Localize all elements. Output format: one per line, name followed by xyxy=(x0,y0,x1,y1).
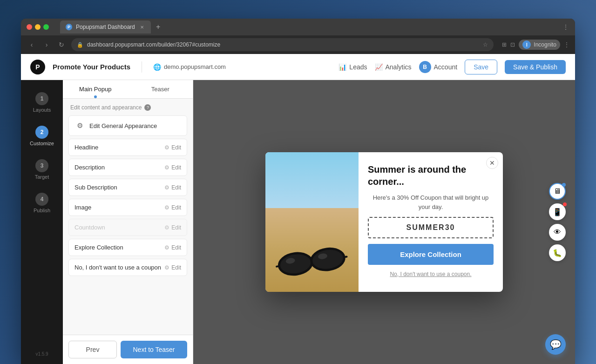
popup-decline-link[interactable]: No, I don't want to use a coupon. xyxy=(368,270,494,278)
popup-close-button[interactable]: ✕ xyxy=(486,157,498,169)
bug-icon: 🐛 xyxy=(553,249,562,257)
step-label-customize: Customize xyxy=(30,141,54,146)
prev-button[interactable]: Prev xyxy=(68,341,117,358)
extensions-icon[interactable]: ⊞ xyxy=(502,41,507,48)
profile-label: Incognito xyxy=(534,41,556,48)
image-edit[interactable]: ⚙ Edit xyxy=(164,204,181,211)
preview-area: ✕ xyxy=(193,80,575,364)
panel-item-description[interactable]: Description ⚙ Edit xyxy=(68,159,187,176)
debug-button[interactable]: 🐛 xyxy=(549,244,566,261)
menu-icon[interactable]: ⋮ xyxy=(564,41,569,48)
back-button[interactable]: ‹ xyxy=(27,40,37,50)
popup-coupon-code: SUMMER30 xyxy=(368,217,494,238)
panel-content: Edit content and appearance ? ⚙ Edit Gen… xyxy=(63,99,193,335)
step-circle-3: 3 xyxy=(35,159,48,172)
close-button[interactable] xyxy=(27,24,32,30)
panel-item-no-coupon[interactable]: No, I don't want to use a coupon ⚙ Edit xyxy=(68,259,187,276)
explore-label: Explore Collection xyxy=(74,244,164,251)
mobile-view-button[interactable]: 📱 xyxy=(549,203,566,220)
no-coupon-edit[interactable]: ⚙ Edit xyxy=(164,264,181,271)
sidebar-item-publish[interactable]: 4 Publish xyxy=(28,188,56,218)
browser-right-icons: ⊞ ⊡ I Incognito ⋮ xyxy=(502,40,569,50)
tab-teaser[interactable]: Teaser xyxy=(128,80,193,98)
window-controls: ⋮ xyxy=(562,23,569,31)
save-button[interactable]: Save xyxy=(465,60,497,74)
save-publish-button[interactable]: Save & Publish xyxy=(505,60,566,74)
analytics-icon: 📈 xyxy=(375,63,383,71)
tab-close-icon[interactable]: ✕ xyxy=(139,24,145,30)
sidebar-item-layouts[interactable]: 1 Layouts xyxy=(28,88,56,117)
mobile-dot xyxy=(563,202,567,206)
sky-area xyxy=(265,152,359,208)
analytics-link[interactable]: 📈 Analytics xyxy=(375,63,412,71)
panel-item-explore[interactable]: Explore Collection ⚙ Edit xyxy=(68,239,187,256)
fullscreen-button[interactable] xyxy=(43,24,49,30)
domain-badge[interactable]: 🌐 demo.popupsmart.com xyxy=(153,63,226,71)
desktop-active-dot xyxy=(562,183,566,187)
version-label: v1.5.9 xyxy=(35,351,48,357)
step-label-target: Target xyxy=(35,174,49,180)
general-appearance-label: Edit General Appearance xyxy=(89,122,181,129)
main-area: 1 Layouts 2 Customize 3 Target 4 Publish… xyxy=(21,80,575,364)
sidebar-item-customize[interactable]: 2 Customize xyxy=(28,121,56,151)
countdown-gear-icon: ⚙ xyxy=(164,224,169,231)
popup-headline: Summer is around the corner... xyxy=(368,163,494,188)
chat-widget-button[interactable]: 💬 xyxy=(545,334,566,355)
popup-body: Summer is around the corner... Here's a … xyxy=(265,152,503,292)
app-logo: P xyxy=(30,60,45,74)
account-badge[interactable]: B Account xyxy=(419,61,458,73)
cast-icon[interactable]: ⊡ xyxy=(510,41,515,48)
description-edit[interactable]: ⚙ Edit xyxy=(164,164,181,171)
step-circle-4: 4 xyxy=(35,193,48,206)
countdown-edit[interactable]: ⚙ Edit xyxy=(164,224,181,231)
popup-cta-button[interactable]: Explore Collection xyxy=(368,244,494,265)
bookmark-icon[interactable]: ☆ xyxy=(483,41,488,48)
explore-edit[interactable]: ⚙ Edit xyxy=(164,244,181,251)
popup-preview: ✕ xyxy=(265,152,503,292)
panel-footer: Prev Next to Teaser xyxy=(63,335,193,364)
desktop-view-button[interactable]: 🖥 xyxy=(549,183,566,200)
sidebar-item-target[interactable]: 3 Target xyxy=(28,155,56,184)
preview-button[interactable]: 👁 xyxy=(549,224,566,241)
no-coupon-label: No, I don't want to use a coupon xyxy=(74,264,164,271)
next-teaser-button[interactable]: Next to Teaser xyxy=(121,341,187,358)
app-nav: P Promote Your Products 🌐 demo.popupsmar… xyxy=(21,54,575,80)
popup-description: Here's a 30% Off Coupon that will bright… xyxy=(368,193,494,211)
tab-main-popup[interactable]: Main Popup xyxy=(63,80,128,98)
tab-favicon: P xyxy=(66,24,72,30)
subdescription-gear-icon: ⚙ xyxy=(164,184,169,191)
leads-icon: 📊 xyxy=(339,63,346,71)
headline-gear-icon: ⚙ xyxy=(164,144,169,151)
nav-right: 📊 Leads 📈 Analytics B Account Save Save … xyxy=(339,60,566,74)
image-gear-icon: ⚙ xyxy=(164,204,169,211)
eye-icon: 👁 xyxy=(554,228,561,236)
new-tab-button[interactable]: + xyxy=(153,21,164,33)
panel-item-subdescription[interactable]: Sub Description ⚙ Edit xyxy=(68,179,187,196)
panel-item-general-appearance[interactable]: ⚙ Edit General Appearance xyxy=(68,115,187,136)
popup-image xyxy=(265,152,359,292)
address-right-icons: ☆ xyxy=(483,41,488,48)
subdescription-edit[interactable]: ⚙ Edit xyxy=(164,184,181,191)
account-avatar: B xyxy=(419,61,431,73)
explore-gear-icon: ⚙ xyxy=(164,244,169,251)
panel-item-countdown[interactable]: Countdown ⚙ Edit xyxy=(68,219,187,236)
step-circle-2: 2 xyxy=(35,126,48,139)
profile-avatar: I xyxy=(522,40,531,49)
minimize-button[interactable] xyxy=(35,24,41,30)
left-sidebar: 1 Layouts 2 Customize 3 Target 4 Publish… xyxy=(21,80,63,364)
leads-link[interactable]: 📊 Leads xyxy=(339,63,367,71)
popup-content: Summer is around the corner... Here's a … xyxy=(359,152,503,292)
panel-item-image[interactable]: Image ⚙ Edit xyxy=(68,199,187,216)
active-tab[interactable]: P Popupsmart Dashboard ✕ xyxy=(60,20,151,34)
profile-button[interactable]: I Incognito xyxy=(519,40,560,50)
panel-item-headline[interactable]: Headline ⚙ Edit xyxy=(68,139,187,156)
address-field[interactable]: 🔒 dashboard.popupsmart.com/builder/32067… xyxy=(71,38,494,51)
forward-button[interactable]: › xyxy=(41,40,52,50)
headline-edit[interactable]: ⚙ Edit xyxy=(164,144,181,151)
gear-icon-general: ⚙ xyxy=(74,121,85,131)
reload-button[interactable]: ↻ xyxy=(56,40,67,50)
step-circle-1: 1 xyxy=(35,92,48,105)
window-more-icon[interactable]: ⋮ xyxy=(562,23,569,31)
address-bar: ‹ › ↻ 🔒 dashboard.popupsmart.com/builder… xyxy=(21,35,575,54)
help-icon[interactable]: ? xyxy=(144,104,151,111)
